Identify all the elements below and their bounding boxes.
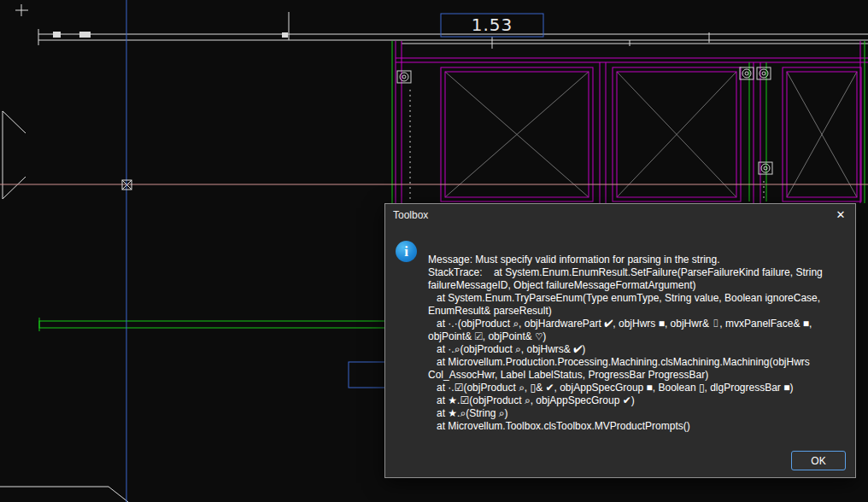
diagonal-braces: [445, 72, 857, 197]
dimension-label: 1.53: [441, 14, 543, 37]
dialog-title: Toolbox: [393, 209, 428, 221]
error-message: Message: Must specify valid information …: [428, 254, 843, 433]
cad-canvas[interactable]: 1.53 Toolbox ✕ i Message: Must specify v…: [0, 0, 868, 502]
close-icon[interactable]: ✕: [826, 204, 855, 226]
dialog-content: i Message: Must specify valid informatio…: [385, 226, 855, 445]
hardware-icons: [397, 67, 772, 174]
toolbox-dialog: Toolbox ✕ i Message: Must specify valid …: [384, 203, 856, 478]
info-icon: i: [396, 241, 417, 262]
info-icon-glyph: i: [404, 244, 408, 259]
dialog-titlebar[interactable]: Toolbox ✕: [385, 204, 855, 226]
dashed-lines: [410, 90, 764, 199]
ok-button[interactable]: OK: [791, 451, 846, 470]
